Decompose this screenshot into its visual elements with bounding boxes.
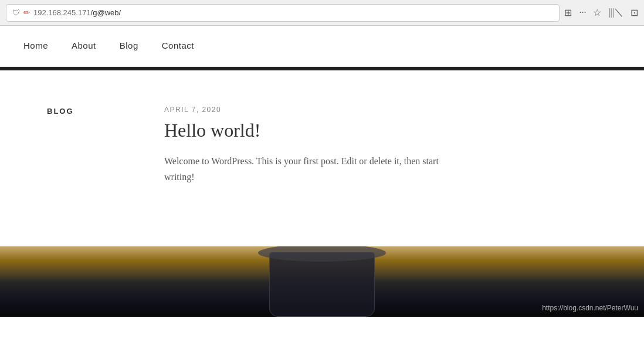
glass-top — [258, 246, 386, 262]
bottom-image: https://blog.csdn.net/PeterWuu — [0, 246, 644, 317]
nav-link-blog[interactable]: Blog — [120, 40, 138, 50]
nav-link-about[interactable]: About — [72, 40, 96, 50]
watermark: https://blog.csdn.net/PeterWuu — [542, 304, 638, 312]
nav-menu: Home About Blog Contact — [23, 40, 194, 51]
qr-icon[interactable]: ⊞ — [564, 7, 572, 18]
sidebar-toggle-icon[interactable]: ⊡ — [631, 7, 638, 18]
browser-right-icons: ⊞ ··· ☆ |||＼ ⊡ — [564, 6, 638, 19]
post-title[interactable]: Hello world! — [164, 120, 597, 141]
shield-icon: 🛡 — [12, 8, 20, 18]
browser-chrome: 🛡 ✏ 192.168.245.171/g@web/ ⊞ ··· ☆ |||＼ … — [0, 0, 644, 26]
coffee-glass — [269, 252, 375, 317]
bookmark-icon[interactable]: ☆ — [593, 7, 601, 18]
post-area: APRIL 7, 2020 Hello world! Welcome to Wo… — [164, 106, 597, 199]
sidebar-label-area: BLOG — [47, 106, 164, 199]
address-bar[interactable]: 🛡 ✏ 192.168.245.171/g@web/ — [6, 4, 560, 22]
more-icon[interactable]: ··· — [579, 8, 586, 18]
post-date: APRIL 7, 2020 — [164, 106, 597, 114]
address-path: /g@web/ — [91, 8, 121, 17]
library-icon[interactable]: |||＼ — [608, 6, 623, 19]
nav-item-contact[interactable]: Contact — [162, 40, 194, 51]
nav-link-home[interactable]: Home — [23, 40, 48, 50]
nav-item-about[interactable]: About — [72, 40, 96, 51]
nav-item-home[interactable]: Home — [23, 40, 48, 51]
nav-item-blog[interactable]: Blog — [120, 40, 138, 51]
post-excerpt: Welcome to WordPress. This is your first… — [164, 153, 457, 185]
site-nav: Home About Blog Contact — [0, 26, 644, 67]
address-text: 192.168.245.171/g@web/ — [33, 8, 121, 17]
address-host: 192.168.245.171 — [33, 8, 91, 17]
edit-icon: ✏ — [23, 8, 30, 18]
blog-section-label: BLOG — [47, 107, 74, 116]
main-content: BLOG APRIL 7, 2020 Hello world! Welcome … — [0, 70, 644, 246]
nav-link-contact[interactable]: Contact — [162, 40, 194, 50]
